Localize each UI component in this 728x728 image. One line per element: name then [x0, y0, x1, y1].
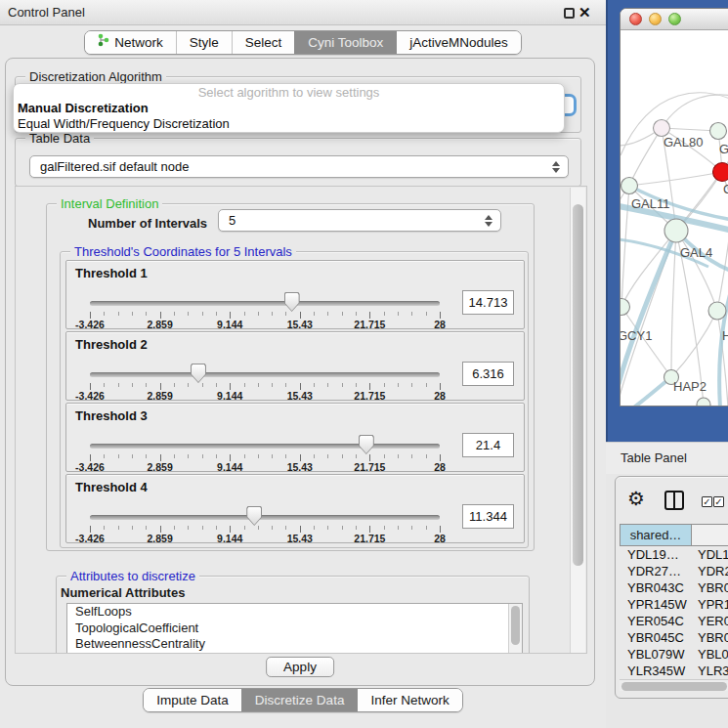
- table-row[interactable]: YDR27…YDR2: [620, 563, 728, 579]
- close-icon[interactable]: ✕: [578, 4, 591, 21]
- table-horizontal-scrollbar[interactable]: [620, 679, 728, 691]
- float-window-icon[interactable]: [564, 8, 575, 19]
- network-window-titlebar: [621, 9, 728, 30]
- dropdown-option[interactable]: Equal Width/Frequency Discretization: [14, 116, 564, 132]
- tab-infer-network[interactable]: Infer Network: [357, 689, 461, 711]
- slider-thumb[interactable]: [246, 506, 262, 526]
- node-label: GCY1: [621, 328, 652, 343]
- network-node[interactable]: [621, 178, 638, 194]
- network-node[interactable]: [697, 398, 710, 407]
- table-cell[interactable]: YBR0: [692, 629, 728, 646]
- network-node[interactable]: [710, 123, 727, 140]
- column-header[interactable]: shared…: [620, 524, 692, 546]
- network-node[interactable]: [621, 299, 630, 316]
- table-cell[interactable]: YDR27…: [620, 563, 692, 579]
- table-row[interactable]: YBR045CYBR0: [620, 629, 728, 646]
- table-cell[interactable]: YBL0: [692, 646, 728, 663]
- threshold-value-field[interactable]: 21.4: [462, 433, 514, 457]
- network-edge[interactable]: [676, 231, 717, 311]
- table-cell[interactable]: YPR1: [692, 596, 728, 613]
- column-header[interactable]: na: [692, 524, 728, 546]
- network-edge[interactable]: [629, 172, 722, 186]
- slider-track[interactable]: [90, 515, 440, 520]
- network-edge[interactable]: [629, 128, 662, 186]
- column-layout-icon[interactable]: [664, 491, 684, 510]
- spinner-arrows-icon: [551, 161, 560, 173]
- threshold-value-field[interactable]: 6.316: [462, 362, 514, 386]
- table-cell[interactable]: YBR043C: [620, 579, 692, 596]
- cytoscape-desktop: GAL80GALCGAL11GAL4GCY1HHAP2: [606, 0, 728, 442]
- slider-track[interactable]: [90, 444, 440, 449]
- table-row[interactable]: YLR345WYLR3: [620, 663, 728, 679]
- table-row[interactable]: YDL19…YDL1: [620, 546, 728, 563]
- network-canvas[interactable]: GAL80GALCGAL11GAL4GCY1HHAP2: [621, 30, 728, 407]
- node-label: GAL80: [664, 135, 703, 150]
- minimize-yellow-icon[interactable]: [649, 13, 662, 25]
- slider-thumb[interactable]: [191, 364, 206, 383]
- node-table: shared…na YDL19…YDL1YDR27…YDR2YBR043CYBR…: [620, 524, 728, 679]
- attributes-scrollbar[interactable]: [508, 604, 522, 654]
- group-title: Threshold's Coordinates for 5 Intervals: [70, 244, 296, 259]
- table-cell[interactable]: YDL19…: [620, 546, 692, 563]
- network-node[interactable]: [713, 163, 728, 182]
- slider-track[interactable]: [90, 372, 440, 377]
- numerical-attributes-list[interactable]: SelfLoopsTopologicalCoefficientBetweenne…: [66, 603, 523, 654]
- network-node[interactable]: [654, 120, 670, 137]
- attribute-list-item[interactable]: SelfLoops: [67, 604, 522, 621]
- num-intervals-label: Number of Intervals: [88, 216, 207, 231]
- tab-select[interactable]: Select: [232, 31, 295, 54]
- threshold-panel: Threshold 1-3.4262.8599.14415.4321.71528…: [65, 260, 525, 329]
- attribute-list-item[interactable]: BetweennessCentrality: [67, 636, 522, 653]
- checkbox-icon[interactable]: ✓: [713, 496, 724, 507]
- table-panel-header: Table Panel: [606, 442, 728, 474]
- checkbox-icon[interactable]: ✓: [702, 496, 712, 507]
- table-data-select[interactable]: galFiltered.sif default node: [29, 155, 569, 178]
- slider-thumb[interactable]: [284, 292, 300, 312]
- group-title: Table Data: [25, 131, 94, 146]
- close-red-icon[interactable]: [629, 13, 642, 25]
- apply-button[interactable]: Apply: [266, 657, 334, 677]
- network-edge[interactable]: [671, 311, 717, 377]
- table-row[interactable]: YER054CYER0: [620, 613, 728, 629]
- tab-impute-data[interactable]: Impute Data: [144, 689, 241, 711]
- table-row[interactable]: YBL079WYBL0: [620, 646, 728, 663]
- threshold-panel: Threshold 3-3.4262.8599.14415.4321.71528…: [65, 403, 525, 472]
- threshold-value-field[interactable]: 14.713: [462, 290, 514, 315]
- table-data-group: Table Data galFiltered.sif default node: [15, 138, 581, 187]
- tab-jactivemnodules[interactable]: jActiveMNodules: [396, 31, 521, 54]
- table-cell[interactable]: YBR045C: [620, 629, 692, 646]
- table-cell[interactable]: YER0: [692, 613, 728, 629]
- tab-label: Select: [245, 31, 282, 54]
- tab-network[interactable]: Network: [85, 31, 176, 54]
- slider-thumb[interactable]: [359, 435, 374, 454]
- dropdown-placeholder: Select algorithm to view settings: [14, 84, 564, 101]
- table-cell[interactable]: YDR2: [692, 563, 728, 579]
- network-node[interactable]: [664, 219, 688, 242]
- table-cell[interactable]: YLR3: [692, 663, 728, 679]
- tab-cyni-toolbox[interactable]: Cyni Toolbox: [294, 31, 396, 54]
- table-cell[interactable]: YPR145W: [620, 596, 692, 613]
- zoom-green-icon[interactable]: [668, 13, 681, 25]
- network-edge-thick[interactable]: [621, 377, 671, 407]
- tab-discretize-data[interactable]: Discretize Data: [241, 689, 358, 711]
- node-label: GAL: [719, 142, 728, 156]
- threshold-value-field[interactable]: 11.344: [462, 504, 514, 529]
- dropdown-option[interactable]: Manual Discretization: [14, 101, 564, 116]
- table-cell[interactable]: YLR345W: [620, 663, 692, 679]
- table-cell[interactable]: YBR0: [692, 579, 728, 596]
- network-edge[interactable]: [621, 186, 629, 307]
- table-cell[interactable]: YBL079W: [620, 646, 692, 663]
- table-cell[interactable]: YER054C: [620, 613, 692, 629]
- settings-gear-icon[interactable]: ⚙: [627, 487, 645, 510]
- attribute-list-item[interactable]: TopologicalCoefficient: [67, 621, 522, 637]
- table-cell[interactable]: YDL1: [692, 546, 728, 563]
- vertical-scrollbar[interactable]: [570, 188, 585, 653]
- network-icon: [98, 31, 109, 54]
- tab-style[interactable]: Style: [176, 31, 232, 54]
- table-row[interactable]: YPR145WYPR1: [620, 596, 728, 613]
- slider-track[interactable]: [90, 301, 440, 306]
- thresholds-group: Threshold's Coordinates for 5 Intervals …: [60, 251, 529, 548]
- network-node[interactable]: [708, 302, 726, 320]
- num-intervals-select[interactable]: 5: [218, 209, 501, 232]
- table-row[interactable]: YBR043CYBR0: [620, 579, 728, 596]
